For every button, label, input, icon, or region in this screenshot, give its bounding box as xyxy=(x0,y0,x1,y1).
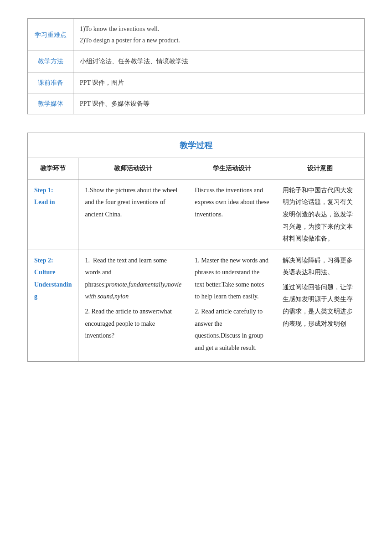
info-content-cell: PPT 课件，图片 xyxy=(73,72,365,93)
design-intent: 用轮子和中国古代四大发明为讨论话题，复习有关发明创造的表达，激发学习兴趣，为接下… xyxy=(276,180,364,250)
info-label-cell: 教学媒体 xyxy=(28,93,73,114)
process-table: 教学过程 教学环节教师活动设计学生活动设计设计意图 Step 1:Lead in… xyxy=(27,133,365,362)
step-label: Step 2:Culture Understanding xyxy=(28,250,78,362)
process-title: 教学过程 xyxy=(28,133,365,158)
info-content-cell: PPT 课件、多媒体设备等 xyxy=(73,93,365,114)
student-activity: 1. Master the new words and phrases to u… xyxy=(188,250,276,362)
info-content-cell: 小组讨论法、任务教学法、情境教学法 xyxy=(73,51,365,72)
teacher-activity: 1.Show the pictures about the wheel and … xyxy=(78,180,188,250)
info-label-cell: 学习重难点 xyxy=(28,19,73,51)
info-label-cell: 教学方法 xyxy=(28,51,73,72)
info-content-cell: 1)To know the inventions well.2)To desig… xyxy=(73,19,365,51)
info-label-cell: 课前准备 xyxy=(28,72,73,93)
step-label: Step 1:Lead in xyxy=(28,180,78,250)
teacher-activity: 1. Read the text and learn some words an… xyxy=(78,250,188,362)
process-header-cell: 教师活动设计 xyxy=(78,158,188,180)
info-table: 学习重难点1)To know the inventions well.2)To … xyxy=(27,18,365,114)
student-activity: Discuss the inventions and express own i… xyxy=(188,180,276,250)
design-intent: 解决阅读障碍，习得更多英语表达和用法。通过阅读回答问题，让学生感知发明源于人类生… xyxy=(276,250,364,362)
process-header-cell: 学生活动设计 xyxy=(188,158,276,180)
process-header-cell: 教学环节 xyxy=(28,158,78,180)
process-section: 教学过程 教学环节教师活动设计学生活动设计设计意图 Step 1:Lead in… xyxy=(27,133,365,362)
process-header-cell: 设计意图 xyxy=(276,158,364,180)
